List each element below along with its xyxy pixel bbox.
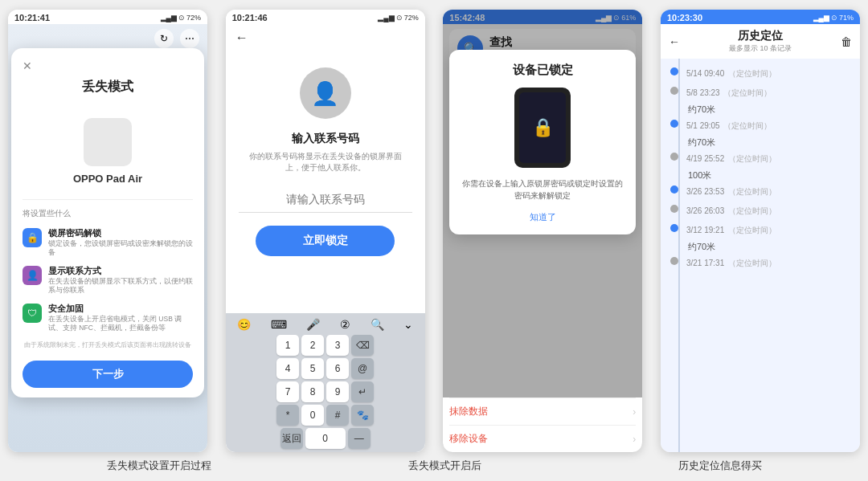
- keyboard-expand[interactable]: ⌄: [401, 316, 416, 332]
- keyboard-number-rows: 1 2 3 ⌫ 4 5 6 @ 7 8 9 ↵: [227, 335, 424, 449]
- key-7[interactable]: 7: [276, 381, 299, 402]
- key-1[interactable]: 1: [276, 335, 299, 356]
- locked-modal: 设备已锁定 🔒 你需在设备上输入原锁屏密码或锁定时设置的密码来解解锁定 知道了: [449, 50, 636, 234]
- screen4-time: 10:23:30: [667, 13, 702, 22]
- battery-pct-label: 72%: [186, 14, 201, 22]
- lost-mode-modal: ✕ 丢失模式 OPPO Pad Air 将设置些什么 🔒 锁屏密码解锁 锁定设备…: [11, 48, 204, 397]
- erase-action[interactable]: 抹除数据 ›: [449, 397, 636, 425]
- key-8[interactable]: 8: [301, 381, 324, 402]
- emoji-key-icon[interactable]: ⌨: [268, 316, 289, 332]
- option2-desc: 在失去设备的锁屏显示下联系方式，以便约联系与你联系: [48, 277, 193, 295]
- option3-desc: 在丢失设备上开启省电模式，关闭 USB 调试、支持 NFC、拦截机，拦截备份等: [48, 315, 193, 332]
- confirm-button[interactable]: 立即锁定: [256, 226, 395, 256]
- key-return[interactable]: 返回: [280, 428, 303, 449]
- timeline-dist-2: 约70米: [688, 137, 850, 149]
- modal-close-button[interactable]: ✕: [23, 59, 193, 72]
- erase-label: 抹除数据: [449, 405, 488, 418]
- kb-row2: 4 5 6 @: [229, 358, 422, 379]
- timeline-dot-6: [670, 205, 678, 213]
- key-space[interactable]: 0: [305, 428, 346, 449]
- key-at[interactable]: @: [351, 358, 374, 379]
- screen2-time: 10:21:46: [232, 13, 268, 22]
- screen1-status-bar: 10:21:41 ▂▄▆ ⊙ 72%: [8, 10, 207, 24]
- keyboard: 😊 ⌨ 🎤 ② 🔍 ⌄ 1 2 3 ⌫ 4 5: [226, 313, 425, 452]
- key-dash[interactable]: —: [348, 428, 371, 449]
- emoji-search[interactable]: 🔍: [368, 316, 387, 332]
- modal-what-label: 将设置些什么: [23, 208, 193, 219]
- key-6[interactable]: 6: [326, 358, 349, 379]
- screen4-header: ← 历史定位 最多显示 10 条记录 🗑: [661, 24, 860, 59]
- key-5[interactable]: 5: [301, 358, 324, 379]
- timeline-item-4: 4/19 25:52 （定位时间）: [670, 150, 850, 165]
- contact-avatar: 👤: [300, 67, 351, 119]
- screen2-header: ←: [226, 24, 425, 51]
- remove-label: 移除设备: [449, 432, 488, 446]
- refresh-button[interactable]: ↻: [154, 29, 174, 48]
- timeline-acc-2: （定位时间）: [723, 88, 772, 97]
- locked-link[interactable]: 知道了: [461, 211, 624, 223]
- screen1-bg: ↻ ⋯ OPPO Pad Air 防州幼儿园西北，武汉市江夏区经济开发至大桥新区…: [8, 24, 207, 452]
- kb-row5: 返回 0 —: [229, 428, 422, 449]
- key-0[interactable]: 0: [301, 405, 324, 426]
- refresh-icon: ↻: [160, 33, 168, 44]
- timeline-dot-7: [670, 224, 678, 232]
- remove-arrow: ›: [633, 434, 636, 445]
- battery-pct2: 72%: [404, 14, 419, 22]
- key-9[interactable]: 9: [326, 381, 349, 402]
- next-button[interactable]: 下一步: [23, 361, 193, 388]
- timeline-time-7: 3/12 19:21: [686, 226, 724, 234]
- key-2[interactable]: 2: [301, 335, 324, 356]
- delete-button[interactable]: 🗑: [841, 35, 852, 48]
- timeline-time-5: 3/26 23:53: [686, 187, 724, 196]
- more-button[interactable]: ⋯: [180, 29, 199, 48]
- erase-arrow: ›: [633, 406, 636, 418]
- timeline-acc-5: （定位时间）: [728, 187, 776, 196]
- screen4-back-button[interactable]: ←: [669, 35, 680, 48]
- timeline-time-6: 3/26 26:03: [686, 206, 724, 215]
- wifi-icon2: ⊙: [396, 14, 403, 22]
- timeline-acc-4: （定位时间）: [728, 154, 776, 163]
- screen2-phone: 10:21:46 ▂▄▆ ⊙ 72% ← 👤 输入联系号码 你的联系号码将显示在…: [226, 10, 425, 452]
- key-emoji-paw[interactable]: 🐾: [351, 405, 374, 426]
- timeline-item-5: 3/26 23:53 （定位时间）: [670, 183, 850, 198]
- emoji-2[interactable]: ②: [338, 316, 353, 332]
- dots-icon: ⋯: [185, 33, 194, 44]
- timeline: 5/14 09:40 （定位时间） 5/8 23:23 （定位时间） 约70米 …: [661, 59, 860, 452]
- option3-secure: 🛡 安全加固 在丢失设备上开启省电模式，关闭 USB 调试、支持 NFC、拦截机…: [23, 303, 193, 332]
- key-hash[interactable]: #: [326, 405, 349, 426]
- input-label: 输入联系号码: [292, 132, 359, 146]
- locked-device-preview: 🔒: [514, 88, 571, 168]
- key-4[interactable]: 4: [276, 358, 299, 379]
- timeline-time-2: 5/8 23:23: [686, 88, 720, 97]
- modal-divider: [23, 199, 193, 200]
- locked-desc: 你需在设备上输入原锁屏密码或锁定时设置的密码来解解锁定: [461, 177, 624, 202]
- timeline-dist-1: 约70米: [688, 104, 850, 116]
- option2-title: 显示联系方式: [48, 265, 193, 277]
- key-star[interactable]: *: [276, 405, 299, 426]
- signal-icon2: ▂▄▆: [378, 14, 394, 22]
- back-button[interactable]: ←: [235, 31, 248, 45]
- label3: 历史定位信息得买: [678, 459, 762, 473]
- timeline-dot-5: [670, 185, 678, 194]
- screen2-status-icons: ▂▄▆ ⊙ 72%: [378, 14, 418, 22]
- option2-contact: 👤 显示联系方式 在失去设备的锁屏显示下联系方式，以便约联系与你联系: [23, 265, 193, 295]
- timeline-dot-3: [670, 120, 678, 128]
- screen4-content: ← 历史定位 最多显示 10 条记录 🗑 5/14 09:40 （定位时间）: [661, 24, 860, 452]
- emoji-mic[interactable]: 🎤: [304, 316, 322, 332]
- key-3[interactable]: 3: [326, 335, 349, 356]
- key-enter[interactable]: ↵: [351, 381, 374, 402]
- phone-input[interactable]: [239, 186, 412, 213]
- wifi-icon: ⊙: [178, 14, 185, 22]
- key-delete[interactable]: ⌫: [351, 335, 374, 356]
- timeline-dot-2: [670, 87, 678, 95]
- timeline-dist-4: 约70米: [688, 241, 850, 253]
- timeline-item-6: 3/26 26:03 （定位时间）: [670, 202, 850, 217]
- timeline-acc-7: （定位时间）: [728, 226, 776, 234]
- timeline-item-8: 3/21 17:31 （定位时间）: [670, 255, 850, 269]
- input-sublabel: 你的联系号码将显示在丢失设备的锁屏界面上，便于他人联系你。: [239, 151, 412, 173]
- timeline-item-7: 3/12 19:21 （定位时间）: [670, 222, 850, 236]
- option1-lock: 🔒 锁屏密码解锁 锁定设备，您设锁屏密码或设密来解锁您的设备: [23, 227, 193, 257]
- timeline-time-8: 3/21 17:31: [686, 259, 724, 267]
- emoji-face[interactable]: 😊: [235, 316, 253, 332]
- remove-action[interactable]: 移除设备 ›: [449, 425, 636, 452]
